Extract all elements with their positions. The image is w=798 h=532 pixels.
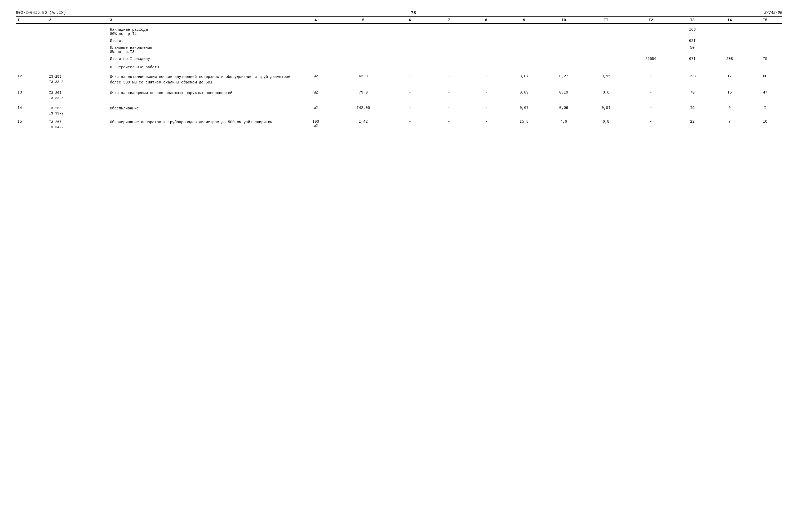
col-header-15: I5: [748, 17, 782, 23]
row13-col12: -: [628, 86, 674, 101]
s3-col10: [544, 43, 584, 55]
s1-col11: [584, 23, 628, 37]
s2-col8: [468, 37, 505, 43]
row14-code: I3-265I3.33-9: [48, 101, 108, 117]
s2-col5: [337, 37, 390, 43]
s4-col9: [505, 55, 544, 61]
s2-col9: [505, 37, 544, 43]
s4-col12: 25556: [628, 55, 674, 61]
row15-col5: I,42: [337, 117, 390, 131]
col-header-8: 8: [468, 17, 505, 23]
s4-col13: 67I: [674, 55, 711, 61]
row13-col6: -: [390, 86, 430, 101]
row14-col7: -: [430, 101, 468, 117]
row14-col10: 0,06: [544, 101, 584, 117]
main-table: I 2 3 4 5 6 7 8 9 IO II I2 I3 I4 I5 Накл…: [16, 16, 782, 131]
s2-col7: [430, 37, 468, 43]
row12-col15: 60: [748, 72, 782, 86]
row13-col8: -: [468, 86, 505, 101]
table-row-12: I2. I3-259I3.33-3 Очистка металлическим …: [16, 72, 782, 86]
s1-col12: [628, 23, 674, 37]
row12-col9: 3,07: [505, 72, 544, 86]
doc-number: 902-2-04I5.86 (Ал.IУ): [16, 11, 66, 15]
row15-col12: -: [628, 117, 674, 131]
s2-col1: [16, 37, 48, 43]
s3-col3: Плановые накопления8% по гр.I3: [108, 43, 294, 55]
s2-col4: [294, 37, 337, 43]
col-header-6: 6: [390, 17, 430, 23]
s3-col6: [390, 43, 430, 55]
s3-col5: [337, 43, 390, 55]
col-header-13: I3: [674, 17, 711, 23]
row15-col8: -: [468, 117, 505, 131]
s1-col4: [294, 23, 337, 37]
section-title: П. Строительные работы: [108, 61, 782, 72]
row13-desc: Очистка кварцевым песком сплошных наружн…: [108, 86, 294, 101]
row14-col15: I: [748, 101, 782, 117]
s4-col6: [390, 55, 430, 61]
summary-overhead-row: Накладные расходы80% по гр.I4 I66: [16, 23, 782, 37]
s3-col1: [16, 43, 48, 55]
row14-col12: -: [628, 101, 674, 117]
row15-col10: 4,6: [544, 117, 584, 131]
s3-col7: [430, 43, 468, 55]
row15-num: I5.: [16, 117, 48, 131]
s1-col10: [544, 23, 584, 37]
s3-col8: [468, 43, 505, 55]
col-header-3: 3: [108, 17, 294, 23]
row12-col6: -: [390, 72, 430, 86]
row14-unit: м2: [294, 101, 337, 117]
s1-col6: [390, 23, 430, 37]
col-header-9: 9: [505, 17, 544, 23]
s1-col3: Накладные расходы80% по гр.I4: [108, 23, 294, 37]
row14-col14: 9: [711, 101, 748, 117]
s1-col2: [48, 23, 108, 37]
row13-col9: 0,89: [505, 86, 544, 101]
s4-col15: 75: [748, 55, 782, 61]
s1-col7: [430, 23, 468, 37]
row12-col8: -: [468, 72, 505, 86]
page-header: 902-2-04I5.86 (Ал.IУ) - 78 - 2/748·06: [16, 11, 782, 15]
section-col2: [48, 61, 108, 72]
s2-col15: [748, 37, 782, 43]
s4-col7: [430, 55, 468, 61]
s1-col5: [337, 23, 390, 37]
s4-col8: [468, 55, 505, 61]
row15-col13: 22: [674, 117, 711, 131]
row15-col14: 7: [711, 117, 748, 131]
table-row-13: I3. I3-26II3.33-5 Очистка кварцевым песк…: [16, 86, 782, 101]
s3-col11: [584, 43, 628, 55]
page-number: - 78 -: [87, 11, 740, 15]
row12-col11: 0,95: [584, 72, 628, 86]
s3-col2: [48, 43, 108, 55]
s2-col2: [48, 37, 108, 43]
s3-col13: 50: [674, 43, 711, 55]
s4-col5: [337, 55, 390, 61]
s1-col15: [748, 23, 782, 37]
row12-col10: 0,27: [544, 72, 584, 86]
row15-col6: -: [390, 117, 430, 131]
row14-desc: Обеспыливание: [108, 101, 294, 117]
row15-unit: I00м2: [294, 117, 337, 131]
s1-col8: [468, 23, 505, 37]
row13-num: I3.: [16, 86, 48, 101]
s3-col14: [711, 43, 748, 55]
s1-col9: [505, 23, 544, 37]
row13-col14: I5: [711, 86, 748, 101]
s1-col13: I66: [674, 23, 711, 37]
table-row-14: I4. I3-265I3.33-9 Обеспыливание м2 I42,0…: [16, 101, 782, 117]
row13-col5: 79,0: [337, 86, 390, 101]
row12-desc: Очистка металлическим песком внутренней …: [108, 72, 294, 86]
row15-col9: I5,8: [505, 117, 544, 131]
row14-col9: 0,07: [505, 101, 544, 117]
row13-unit: м2: [294, 86, 337, 101]
row14-num: I4.: [16, 101, 48, 117]
col-header-11: II: [584, 17, 628, 23]
s3-col15: [748, 43, 782, 55]
col-header-4: 4: [294, 17, 337, 23]
col-header-10: IO: [544, 17, 584, 23]
s2-col12: [628, 37, 674, 43]
summary-itogo-section1-row: Итого по I разделу: 25556 67I 208 75: [16, 55, 782, 61]
col-header-2: 2: [48, 17, 108, 23]
col-header-12: I2: [628, 17, 674, 23]
